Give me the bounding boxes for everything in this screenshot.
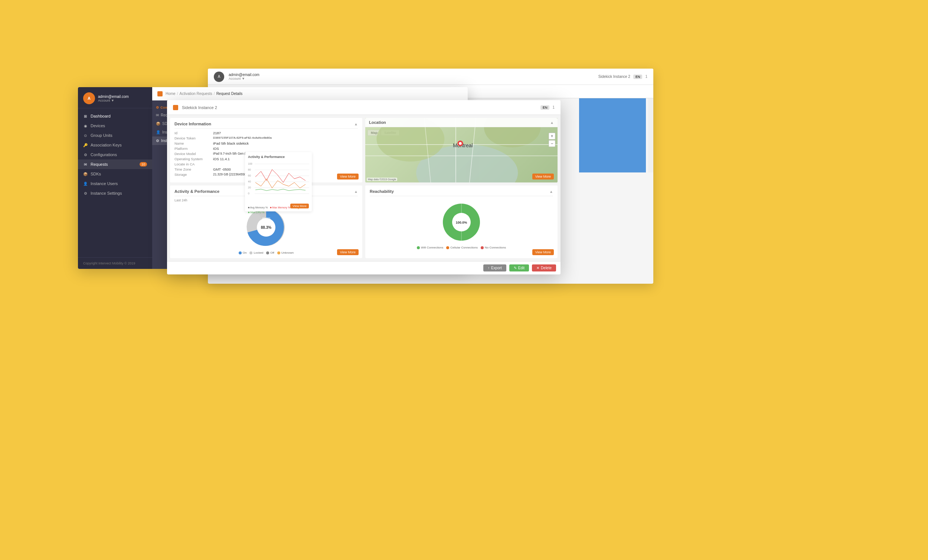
config-icon: ⚙ [156, 106, 159, 110]
main-topbar: Home / Activation Requests / Request Det… [152, 87, 468, 100]
back-panel-scrollbar[interactable] [648, 98, 653, 172]
legend-locked-label: Locked [253, 251, 263, 254]
location-view-more[interactable]: View More [532, 173, 554, 180]
back-panel-account-info: admin@email.com Account ▼ [229, 73, 259, 81]
platform-front-label: Platform [174, 146, 212, 151]
sidebar-item-group-units[interactable]: ⊙ Group Units [78, 131, 152, 140]
legend-off: Off [266, 251, 274, 254]
instance-users-nav-icon: 👤 [156, 130, 160, 134]
reachability-card: Reachability ▲ 100.0% Wifi Connections [365, 186, 557, 258]
back-panel-email: admin@email.com [229, 73, 259, 77]
sidebar-item-label-sdks: SDKs [90, 172, 101, 176]
sidebar-item-instance-users[interactable]: 👤 Instance Users [78, 179, 152, 189]
line-chart-view-more[interactable]: View More [290, 204, 309, 208]
back-panel-instance: Sidekick Instance 2 [598, 75, 630, 79]
legend-unknown-label: Unknown [281, 251, 294, 254]
instance-users-icon: 👤 [83, 182, 88, 186]
legend-unknown: Unknown [277, 251, 294, 254]
id-label: Id [174, 131, 212, 135]
activity-title: Activity & Performance [174, 189, 219, 193]
sidebar-nav: ⊞ Dashboard ◉ Devices ⊙ Group Units 🔑 As… [78, 108, 152, 257]
legend-on-dot [239, 251, 242, 254]
front-topbar-logo [173, 105, 178, 110]
legend-no-conn-dot [481, 246, 484, 249]
back-panel-account-label[interactable]: Account ▼ [229, 77, 259, 81]
front-breadcrumb-instance: Sidekick Instance 2 [182, 105, 217, 110]
sidebar-item-sdks[interactable]: 📦 SDKs [78, 169, 152, 179]
map-zoom-out[interactable]: − [549, 140, 555, 147]
legend-locked: Locked [249, 251, 263, 254]
avatar-initials: A [218, 75, 220, 79]
edit-button[interactable]: ✎ Edit [509, 265, 529, 271]
sidebar-item-requests[interactable]: ✉ Requests 10 [78, 160, 152, 169]
instance-settings-icon: ⚙ [83, 191, 88, 195]
export-label: Export [491, 266, 502, 270]
sidebar-copyright: Copyright Intervect Mobility © 2019 [83, 262, 135, 265]
sidebar-item-devices[interactable]: ◉ Devices [78, 121, 152, 131]
sidebar-item-label-group-units: Group Units [90, 133, 113, 138]
map-zoom-in[interactable]: + [549, 133, 555, 140]
sidebar-footer: Copyright Intervect Mobility © 2019 [78, 257, 152, 269]
svg-text:80: 80 [248, 168, 251, 171]
orange-square-icon [157, 91, 163, 96]
name-value: iPad 5th black sidekick [213, 141, 249, 145]
legend-avg-memory: ■ Avg Memory % [248, 206, 268, 209]
svg-rect-1 [579, 98, 646, 172]
front-lang[interactable]: EN [540, 105, 550, 110]
reachability-header: Reachability ▲ [370, 189, 553, 196]
device-info-view-more[interactable]: View More [337, 173, 359, 180]
legend-cellular: Cellular Connections [446, 246, 478, 249]
activity-view-more[interactable]: View More [337, 249, 359, 255]
os-front-label: Operating System [174, 157, 212, 161]
legend-off-dot [266, 251, 269, 254]
line-chart-title: Activity & Performance [248, 155, 309, 159]
svg-text:20: 20 [248, 186, 251, 189]
export-icon: ↑ [488, 266, 490, 270]
front-footer: ↑ Export ✎ Edit ✕ Delete [167, 261, 560, 274]
device-model-label: Device Model [174, 152, 212, 156]
front-num: 1 [553, 105, 554, 110]
front-content: Device Information ▲ Id 2187 Device Toke… [167, 115, 560, 261]
sidebar-item-label-devices: Devices [90, 123, 105, 128]
delete-label: Delete [541, 266, 552, 270]
export-button[interactable]: ↑ Export [483, 265, 506, 271]
chart-legend: On Locked Off Unknown [239, 251, 294, 254]
sidebar-item-instance-settings[interactable]: ⚙ Instance Settings [78, 189, 152, 198]
legend-wifi-dot [417, 246, 420, 249]
legend-max-cpu: ■ Max CPU % [248, 211, 264, 214]
instance-settings-nav-icon: ⚙ [156, 139, 159, 143]
location-title: Location [369, 120, 386, 125]
legend-cellular-dot [446, 246, 449, 249]
sidebar-avatar: A [83, 92, 95, 104]
map-inner[interactable]: Map Satellite [365, 118, 557, 183]
sidebar-item-label-requests: Requests [90, 162, 108, 166]
sidebar-item-assoc-keys[interactable]: 🔑 Association Keys [78, 140, 152, 150]
breadcrumb-activation-requests[interactable]: Activation Requests [179, 91, 212, 96]
location-card: Location ▲ Map Satellite [365, 118, 557, 183]
legend-no-conn-label: No Connections [485, 246, 506, 249]
breadcrumb-home[interactable]: Home [166, 91, 176, 96]
legend-unknown-dot [277, 251, 280, 254]
configurations-icon: ⚙ [83, 153, 88, 157]
sidebar-item-dashboard[interactable]: ⊞ Dashboard [78, 111, 152, 121]
reachability-chevron: ▲ [549, 190, 553, 193]
svg-text:0: 0 [248, 192, 249, 195]
sidebar: A admin@email.com Account ▼ ⊞ Dashboard … [78, 87, 152, 269]
locate-label: Locate in CA [174, 162, 212, 166]
front-topbar: Sidekick Instance 2 EN 1 [167, 100, 560, 115]
reachability-view-more[interactable]: View More [532, 249, 554, 255]
legend-off-label: Off [270, 251, 274, 254]
sidebar-account-label[interactable]: Account ▼ [98, 99, 129, 102]
sdks-icon: 📦 [83, 172, 88, 176]
legend-wifi: Wifi Connections [417, 246, 443, 249]
storage-label: Storage [174, 172, 212, 177]
sidebar-item-configurations[interactable]: ⚙ Configurations [78, 150, 152, 160]
back-panel-lang[interactable]: EN [633, 75, 643, 79]
sidebar-item-label-dashboard: Dashboard [90, 114, 111, 118]
device-info-chevron: ▲ [354, 122, 358, 126]
back-panel-num: 1 [645, 75, 647, 79]
delete-icon: ✕ [536, 266, 539, 270]
delete-button[interactable]: ✕ Delete [532, 265, 556, 271]
field-name: Name iPad 5th black sidekick [174, 141, 358, 145]
breadcrumb-sep2: / [214, 91, 215, 96]
